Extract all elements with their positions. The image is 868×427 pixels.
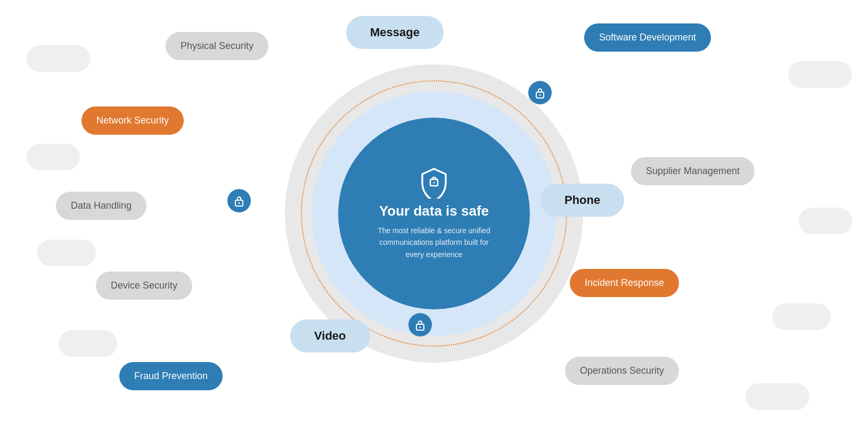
supplier-management-pill[interactable]: Supplier Management (631, 157, 755, 185)
orbit-lock-bottom (408, 313, 432, 336)
message-pill[interactable]: Message (346, 16, 444, 49)
fraud-prevention-pill[interactable]: Fraud Prevention (119, 362, 223, 390)
ghost-pill-1 (27, 45, 91, 72)
ghost-pill-5 (788, 61, 852, 88)
diagram-container: Your data is safe The most reliable & se… (0, 0, 868, 427)
ghost-pill-8 (746, 383, 809, 410)
phone-pill[interactable]: Phone (541, 184, 624, 217)
svg-point-3 (539, 94, 541, 96)
orbit-lock-top-right (528, 81, 552, 104)
ghost-pill-4 (59, 330, 117, 357)
center-title: Your data is safe (379, 203, 489, 219)
ghost-pill-2 (27, 144, 80, 170)
operations-security-pill[interactable]: Operations Security (565, 357, 679, 385)
ghost-pill-7 (772, 303, 831, 330)
video-pill[interactable]: Video (290, 319, 370, 352)
ghost-pill-6 (799, 208, 852, 234)
inner-circle: Your data is safe The most reliable & se… (338, 118, 530, 309)
incident-response-pill[interactable]: Incident Response (570, 269, 679, 297)
svg-point-5 (239, 202, 240, 204)
software-development-pill[interactable]: Software Development (584, 23, 711, 52)
data-handling-pill[interactable]: Data Handling (56, 192, 146, 220)
svg-point-1 (433, 182, 435, 183)
device-security-pill[interactable]: Device Security (96, 272, 192, 300)
physical-security-pill[interactable]: Physical Security (166, 32, 268, 60)
center-subtitle: The most reliable & secure unified commu… (370, 225, 498, 260)
network-security-pill[interactable]: Network Security (81, 106, 184, 135)
shield-icon (419, 167, 449, 199)
orbit-lock-left (227, 189, 251, 212)
svg-point-7 (420, 326, 421, 328)
ghost-pill-3 (37, 240, 96, 266)
